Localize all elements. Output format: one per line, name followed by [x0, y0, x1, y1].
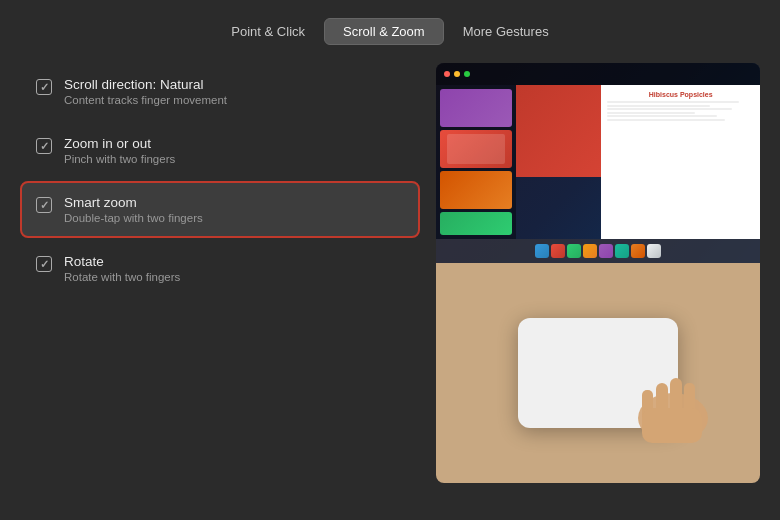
settings-window: Point & Click Scroll & Zoom More Gesture…: [0, 0, 780, 520]
dock-icon-6: [615, 244, 629, 258]
recipe-card: Hibiscus Popsicles: [601, 85, 760, 239]
checkbox-smart-zoom[interactable]: [36, 197, 52, 213]
setting-subtitle-rotate: Rotate with two fingers: [64, 271, 180, 283]
dock-icon-8: [647, 244, 661, 258]
tab-more-gestures[interactable]: More Gestures: [444, 18, 568, 45]
sidebar-thumb-inner: [447, 134, 505, 164]
tab-point-click[interactable]: Point & Click: [212, 18, 324, 45]
setting-text-zoom-in-out: Zoom in or out Pinch with two fingers: [64, 136, 175, 165]
svg-rect-5: [642, 408, 702, 443]
recipe-card-title: Hibiscus Popsicles: [607, 91, 754, 98]
mac-main: Hibiscus Popsicles: [516, 85, 760, 239]
hand-icon: [598, 328, 718, 448]
setting-subtitle-smart-zoom: Double-tap with two fingers: [64, 212, 203, 224]
dock-icon-5: [599, 244, 613, 258]
recipe-line-3: [607, 108, 732, 110]
settings-panel: Scroll direction: Natural Content tracks…: [20, 63, 420, 483]
tab-bar: Point & Click Scroll & Zoom More Gesture…: [212, 18, 567, 45]
preview-trackpad: [436, 263, 760, 483]
setting-title-rotate: Rotate: [64, 254, 180, 269]
preview-panel: Hibiscus Popsicles: [436, 63, 760, 483]
mac-menubar: [436, 63, 760, 85]
recipe-line-6: [607, 119, 724, 121]
minimize-dot: [454, 71, 460, 77]
close-dot: [444, 71, 450, 77]
setting-subtitle-zoom-in-out: Pinch with two fingers: [64, 153, 175, 165]
mac-screen: Hibiscus Popsicles: [436, 63, 760, 263]
setting-text-rotate: Rotate Rotate with two fingers: [64, 254, 180, 283]
mac-dock: [436, 239, 760, 263]
sidebar-thumb-2: [440, 130, 512, 168]
setting-title-zoom-in-out: Zoom in or out: [64, 136, 175, 151]
setting-smart-zoom[interactable]: Smart zoom Double-tap with two fingers: [20, 181, 420, 238]
recipe-lines: [607, 101, 754, 121]
recipe-line-2: [607, 105, 710, 107]
setting-text-scroll-direction: Scroll direction: Natural Content tracks…: [64, 77, 227, 106]
setting-title-smart-zoom: Smart zoom: [64, 195, 203, 210]
main-content: Scroll direction: Natural Content tracks…: [0, 63, 780, 483]
setting-subtitle-scroll-direction: Content tracks finger movement: [64, 94, 227, 106]
setting-rotate[interactable]: Rotate Rotate with two fingers: [20, 240, 420, 297]
preview-screen: Hibiscus Popsicles: [436, 63, 760, 263]
checkbox-zoom-in-out[interactable]: [36, 138, 52, 154]
checkbox-scroll-direction[interactable]: [36, 79, 52, 95]
recipe-line-4: [607, 112, 695, 114]
dock-icon-7: [631, 244, 645, 258]
recipe-line-1: [607, 101, 739, 103]
setting-text-smart-zoom: Smart zoom Double-tap with two fingers: [64, 195, 203, 224]
recipe-line-5: [607, 115, 717, 117]
dock-icon-2: [551, 244, 565, 258]
setting-title-scroll-direction: Scroll direction: Natural: [64, 77, 227, 92]
dock-icon-1: [535, 244, 549, 258]
setting-zoom-in-out[interactable]: Zoom in or out Pinch with two fingers: [20, 122, 420, 179]
sidebar-thumb-3: [440, 171, 512, 209]
mac-sidebar: [436, 85, 516, 239]
checkbox-rotate[interactable]: [36, 256, 52, 272]
dock-icon-3: [567, 244, 581, 258]
tab-scroll-zoom[interactable]: Scroll & Zoom: [324, 18, 444, 45]
fullscreen-dot: [464, 71, 470, 77]
trackpad-surface: [518, 318, 678, 428]
sidebar-thumb-4: [440, 212, 512, 235]
sidebar-thumb-1: [440, 89, 512, 127]
setting-scroll-direction[interactable]: Scroll direction: Natural Content tracks…: [20, 63, 420, 120]
mac-content: Hibiscus Popsicles: [436, 85, 760, 239]
dock-icon-4: [583, 244, 597, 258]
